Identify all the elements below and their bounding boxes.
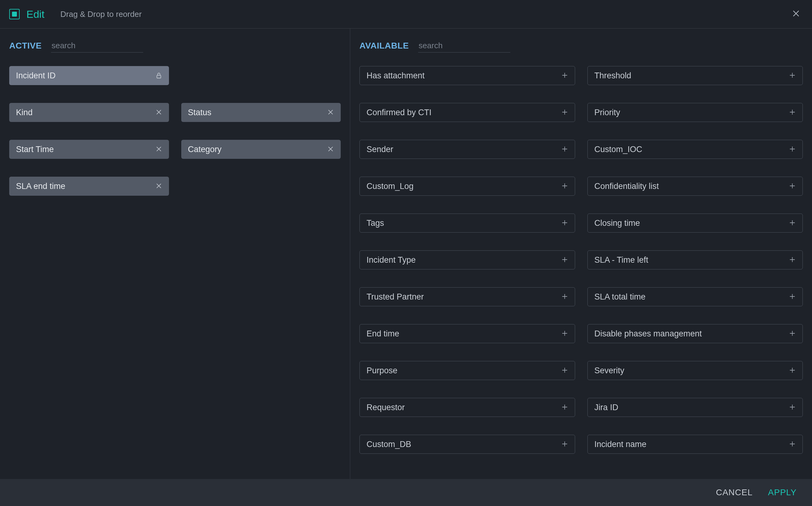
remove-icon[interactable] bbox=[324, 145, 334, 154]
active-chip[interactable]: Start Time bbox=[9, 140, 169, 159]
add-icon[interactable] bbox=[558, 182, 568, 191]
active-chip[interactable]: Status bbox=[181, 103, 341, 122]
active-pane-header: ACTIVE bbox=[9, 39, 341, 53]
chip-label: Incident Type bbox=[367, 255, 416, 265]
add-icon[interactable] bbox=[785, 440, 796, 449]
available-chip[interactable]: Tags bbox=[359, 214, 575, 233]
app-icon-inner bbox=[12, 12, 17, 17]
add-icon[interactable] bbox=[785, 366, 796, 375]
add-icon[interactable] bbox=[558, 403, 568, 412]
active-chip[interactable]: Category bbox=[181, 140, 341, 159]
add-icon[interactable] bbox=[558, 71, 568, 80]
chip-label: Purpose bbox=[367, 366, 397, 375]
available-chip[interactable]: Sender bbox=[359, 140, 575, 159]
edit-columns-modal: Edit Drag & Drop to reorder ACTIVE Incid… bbox=[0, 0, 812, 506]
add-icon[interactable] bbox=[558, 108, 568, 117]
chip-label: Incident ID bbox=[16, 71, 56, 81]
available-chip[interactable]: End time bbox=[359, 324, 575, 343]
add-icon[interactable] bbox=[785, 403, 796, 412]
available-chip[interactable]: Priority bbox=[588, 103, 803, 122]
chip-label: Custom_IOC bbox=[595, 145, 642, 154]
available-chip[interactable]: Purpose bbox=[359, 361, 575, 380]
chip-label: Confirmed by CTI bbox=[367, 108, 432, 117]
available-chip[interactable]: Closing time bbox=[588, 214, 803, 233]
add-icon[interactable] bbox=[785, 145, 796, 154]
available-chip[interactable]: Trusted Partner bbox=[359, 287, 575, 306]
chip-label: Has attachment bbox=[367, 71, 425, 81]
available-pane: AVAILABLE Has attachmentThresholdConfirm… bbox=[350, 28, 812, 479]
chip-label: Threshold bbox=[595, 71, 631, 81]
chip-label: Custom_Log bbox=[367, 182, 414, 191]
add-icon[interactable] bbox=[558, 440, 568, 449]
available-chip[interactable]: Severity bbox=[588, 361, 803, 380]
chip-label: Confidentiality list bbox=[595, 182, 659, 191]
available-chip[interactable]: Incident name bbox=[588, 435, 803, 454]
chip-label: Status bbox=[188, 108, 212, 117]
add-icon[interactable] bbox=[785, 329, 796, 338]
remove-icon[interactable] bbox=[152, 145, 162, 154]
add-icon[interactable] bbox=[785, 182, 796, 191]
available-chip[interactable]: Custom_IOC bbox=[588, 140, 803, 159]
add-icon[interactable] bbox=[558, 219, 568, 228]
available-chip[interactable]: Threshold bbox=[588, 66, 803, 85]
active-pane-title: ACTIVE bbox=[9, 41, 42, 51]
active-search-input[interactable] bbox=[51, 39, 143, 53]
add-icon[interactable] bbox=[785, 292, 796, 302]
add-icon[interactable] bbox=[558, 255, 568, 264]
available-chip[interactable]: Has attachment bbox=[359, 66, 575, 85]
chip-label: Tags bbox=[367, 219, 384, 228]
active-chip[interactable]: SLA end time bbox=[9, 177, 169, 196]
remove-icon[interactable] bbox=[152, 182, 162, 191]
add-icon[interactable] bbox=[785, 255, 796, 264]
active-pane: ACTIVE Incident IDKindStatusStart TimeCa… bbox=[0, 28, 350, 479]
add-icon[interactable] bbox=[558, 292, 568, 302]
chip-label: Category bbox=[188, 145, 222, 154]
modal-header: Edit Drag & Drop to reorder bbox=[0, 0, 812, 28]
available-chip[interactable]: Custom_Log bbox=[359, 177, 575, 196]
available-chip[interactable]: Incident Type bbox=[359, 250, 575, 269]
available-pane-title: AVAILABLE bbox=[359, 41, 409, 51]
active-chips: Incident IDKindStatusStart TimeCategoryS… bbox=[9, 66, 341, 196]
close-icon[interactable] bbox=[789, 6, 803, 22]
available-chip[interactable]: Confirmed by CTI bbox=[359, 103, 575, 122]
add-icon[interactable] bbox=[558, 145, 568, 154]
chip-label: Closing time bbox=[595, 219, 640, 228]
available-chip[interactable]: Disable phases management bbox=[588, 324, 803, 343]
active-chip[interactable]: Kind bbox=[9, 103, 169, 122]
available-search-input[interactable] bbox=[418, 39, 510, 53]
remove-icon[interactable] bbox=[152, 108, 162, 117]
remove-icon[interactable] bbox=[324, 108, 334, 117]
chip-label: Kind bbox=[16, 108, 32, 117]
chip-label: Trusted Partner bbox=[367, 292, 424, 302]
available-chip[interactable]: Custom_DB bbox=[359, 435, 575, 454]
chip-label: SLA total time bbox=[595, 292, 646, 302]
active-chip[interactable]: Incident ID bbox=[9, 66, 169, 85]
available-chip[interactable]: SLA - Time left bbox=[588, 250, 803, 269]
chip-label: Requestor bbox=[367, 403, 405, 412]
chip-label: SLA end time bbox=[16, 182, 66, 191]
available-chip[interactable]: SLA total time bbox=[588, 287, 803, 306]
cancel-button[interactable]: CANCEL bbox=[716, 488, 753, 497]
modal-subtitle: Drag & Drop to reorder bbox=[61, 9, 142, 19]
chip-label: Sender bbox=[367, 145, 393, 154]
available-chip[interactable]: Confidentiality list bbox=[588, 177, 803, 196]
chip-label: Disable phases management bbox=[595, 329, 702, 339]
add-icon[interactable] bbox=[558, 366, 568, 375]
available-chip[interactable]: Requestor bbox=[359, 398, 575, 417]
header-left: Edit Drag & Drop to reorder bbox=[9, 8, 142, 20]
chip-label: Jira ID bbox=[595, 403, 618, 412]
chip-label: SLA - Time left bbox=[595, 255, 648, 265]
add-icon[interactable] bbox=[785, 108, 796, 117]
chip-label: End time bbox=[367, 329, 399, 339]
add-icon[interactable] bbox=[785, 71, 796, 80]
lock-icon bbox=[152, 72, 162, 79]
available-chip[interactable]: Jira ID bbox=[588, 398, 803, 417]
modal-footer: CANCEL APPLY bbox=[0, 479, 812, 506]
add-icon[interactable] bbox=[558, 329, 568, 338]
svg-rect-2 bbox=[157, 75, 161, 78]
modal-title: Edit bbox=[26, 8, 44, 20]
chip-label: Custom_DB bbox=[367, 440, 412, 449]
apply-button[interactable]: APPLY bbox=[768, 488, 797, 497]
add-icon[interactable] bbox=[785, 219, 796, 228]
chip-label: Priority bbox=[595, 108, 620, 117]
